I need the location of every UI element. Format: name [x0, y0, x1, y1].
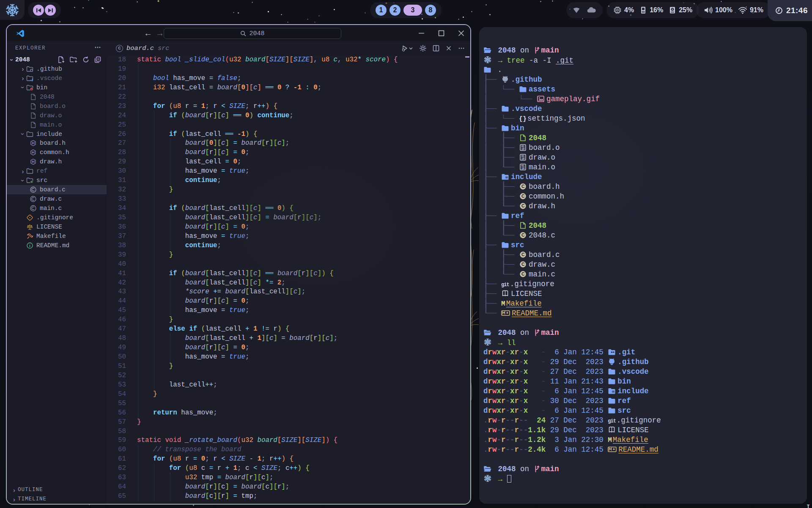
svg-text:C: C	[521, 271, 525, 276]
svg-text:C: C	[521, 232, 525, 237]
svg-text:10: 10	[521, 147, 525, 150]
svg-text:C: C	[521, 252, 525, 257]
svg-text:10: 10	[521, 167, 525, 170]
svg-text:C: C	[521, 262, 525, 267]
svg-text:C: C	[521, 203, 525, 208]
svg-text:C: C	[521, 184, 525, 189]
svg-text:10: 10	[521, 157, 525, 160]
svg-text:C: C	[521, 193, 525, 199]
